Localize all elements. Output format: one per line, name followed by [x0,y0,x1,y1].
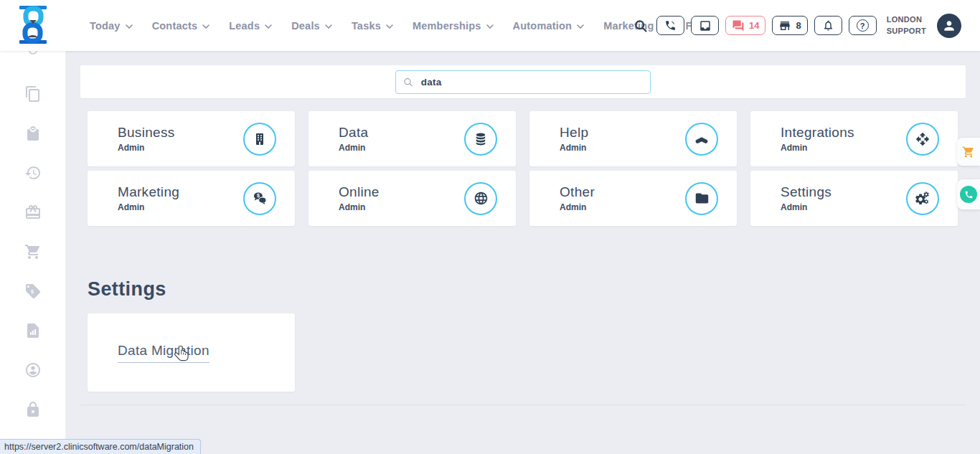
search-strip [80,65,966,98]
data-migration-card[interactable]: Data Migration [88,313,295,392]
cart-icon[interactable] [24,243,42,260]
nav-item-leads[interactable]: Leads [229,20,272,32]
store-icon [778,19,791,32]
nav-label: Memberships [413,20,481,32]
chevron-down-icon [325,24,332,29]
card-icon-circle [685,182,718,215]
nav-label: Contacts [152,20,198,32]
card-title: Online [339,184,380,200]
card-title: Settings [781,184,831,200]
card-icon-circle [906,182,939,215]
card-other[interactable]: Other Admin [529,171,737,226]
admin-search-box[interactable] [395,70,651,94]
chevron-down-icon [202,24,209,29]
card-integrations[interactable]: Integrations Admin [750,111,958,166]
whatsapp-phone-icon [960,186,977,203]
nav-label: Deals [291,20,320,32]
person-icon [942,19,956,33]
cart-orange-icon [962,146,975,159]
nav-label: Automation [513,20,573,32]
card-data[interactable]: Data Admin [308,111,516,166]
card-title: Help [560,125,588,141]
card-subtitle: Admin [781,202,831,212]
nav-item-memberships[interactable]: Memberships [413,20,494,32]
left-sidebar: $ [0,51,66,454]
gears-icon [915,191,930,207]
nav-label: Today [90,20,121,32]
globe-icon [473,191,489,206]
top-bar: Today Contacts Leads Deals Tasks Members… [0,0,980,51]
search-input[interactable] [420,76,643,88]
app-logo[interactable] [17,6,49,44]
data-migration-link[interactable]: Data Migration [118,343,209,363]
account-icon[interactable] [24,361,42,379]
price-tag-icon[interactable]: $ [24,283,42,300]
section-heading: Settings [88,278,166,301]
card-subtitle: Admin [118,202,179,212]
nav-item-tasks[interactable]: Tasks [352,20,393,32]
handshake-icon [694,131,710,147]
card-marketing[interactable]: Marketing Admin $ [88,171,295,226]
copy-icon[interactable] [24,85,42,103]
user-name-line1: LONDON [887,14,926,25]
card-settings[interactable]: Settings Admin [750,171,958,226]
chevron-down-icon [265,24,272,29]
chat-count-badge: 14 [749,20,759,31]
chevron-down-icon [386,24,393,29]
card-subtitle: Admin [560,143,588,153]
magnifier-icon [403,77,413,88]
nav-label: Leads [229,20,260,32]
card-icon-circle [464,182,497,215]
shopping-bag-icon[interactable] [24,125,42,142]
card-subtitle: Admin [560,202,595,212]
nav-item-automation[interactable]: Automation [513,20,585,32]
card-subtitle: Admin [118,143,175,153]
report-icon[interactable] [24,322,42,339]
lock-icon[interactable] [24,401,42,418]
floating-cart-button[interactable] [957,138,980,166]
phone-icon [664,19,677,32]
card-title: Business [118,125,175,141]
card-title: Data [339,125,368,141]
user-name-line2: SUPPORT [887,26,926,37]
floating-whatsapp-button[interactable] [957,179,980,209]
phone-calls-button[interactable] [656,16,684,35]
card-title: Marketing [118,184,179,200]
chat-messages-button[interactable]: 14 [725,16,765,35]
help-button[interactable]: ? [849,16,877,35]
question-mark-icon: ? [857,19,869,32]
hourglass-logo-icon [17,6,49,44]
brand-partial-icon[interactable] [24,51,42,63]
history-icon[interactable] [24,164,42,181]
move-arrows-icon [915,132,930,146]
card-subtitle: Admin [339,143,368,153]
bell-icon [822,19,834,32]
chevron-down-icon [126,24,133,29]
nav-item-today[interactable]: Today [90,20,133,32]
chat-bubbles-icon [732,19,745,32]
nav-item-deals[interactable]: Deals [291,20,332,32]
user-avatar[interactable] [937,14,961,38]
search-icon[interactable] [633,19,648,33]
svg-text:$: $ [31,289,34,295]
card-business[interactable]: Business Admin [88,111,295,166]
nav-item-contacts[interactable]: Contacts [152,20,210,32]
admin-card-grid: Business Admin Data Admin Help Admin Int… [88,111,958,226]
notifications-button[interactable] [814,16,842,35]
card-icon-circle: $ [243,182,276,215]
main-nav: Today Contacts Leads Deals Tasks Members… [90,0,710,51]
card-icon-circle [243,123,276,156]
card-help[interactable]: Help Admin [529,111,737,166]
gift-icon[interactable] [24,204,42,221]
card-icon-circle [906,123,939,156]
section-divider [80,405,966,405]
topbar-actions: 14 8 ? LONDON SUPPORT [633,0,961,51]
chevron-down-icon [486,24,494,29]
inbox-button[interactable] [691,16,719,35]
card-subtitle: Admin [781,143,854,153]
store-button[interactable]: 8 [772,16,807,35]
card-online[interactable]: Online Admin [308,171,516,226]
card-title: Other [560,184,595,200]
card-subtitle: Admin [339,202,380,212]
card-icon-circle [685,123,718,156]
